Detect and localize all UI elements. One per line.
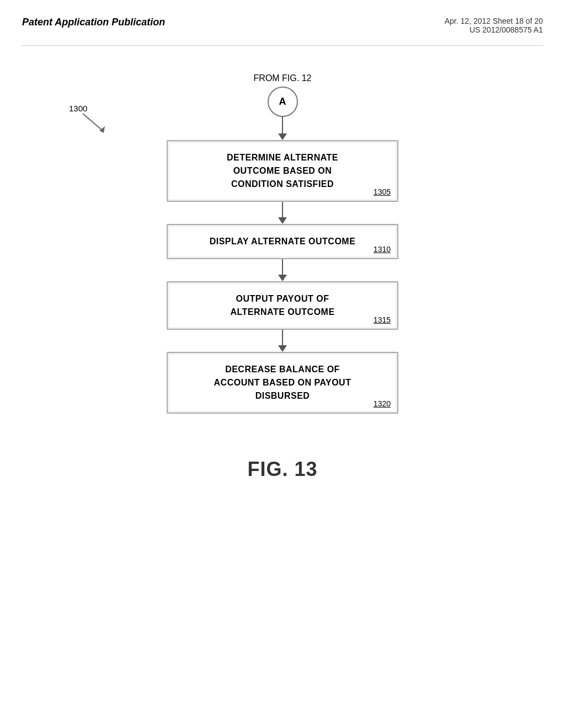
box-1315-ref: 1315 [374,315,391,324]
circle-connector-a: A [268,87,298,117]
arrow-2 [278,202,287,224]
patent-number: US 2012/0088575 A1 [445,25,543,34]
from-fig-label: FROM FIG. 12 [254,73,312,83]
flow-box-1320: DECREASE BALANCE OFACCOUNT BASED ON PAYO… [167,352,398,414]
box-1310-text: DISPLAY ALTERNATE OUTCOME [179,235,386,248]
box-1320-text: DECREASE BALANCE OFACCOUNT BASED ON PAYO… [179,363,386,403]
box-1320-ref: 1320 [374,399,391,408]
circle-label: A [279,96,286,108]
flow-box-1315: OUTPUT PAYOUT OFALTERNATE OUTCOME 1315 [167,281,398,330]
svg-marker-1 [99,126,105,133]
box-1305-text: DETERMINE ALTERNATEOUTCOME BASED ONCONDI… [179,151,386,191]
diagram-area: 1300 FROM FIG. 12 A DETERMINE ALTERNATEO… [22,62,543,481]
arrow-4 [278,330,287,352]
box-1310-ref: 1310 [374,245,391,254]
header-right: Apr. 12, 2012 Sheet 18 of 20 US 2012/008… [445,17,543,34]
page-header: Patent Application Publication Apr. 12, … [22,11,543,46]
arrow-1 [278,117,287,140]
box-1305-ref: 1305 [374,188,391,196]
arrow-3 [278,259,287,281]
fig-caption: FIG. 13 [247,458,317,481]
svg-line-0 [83,114,102,130]
date-sheet-info: Apr. 12, 2012 Sheet 18 of 20 [445,17,543,25]
ref-1300-arrow [77,111,110,136]
box-1315-text: OUTPUT PAYOUT OFALTERNATE OUTCOME [179,292,386,319]
page-container: Patent Application Publication Apr. 12, … [0,0,565,728]
publication-title: Patent Application Publication [22,17,165,28]
flow-box-1305: DETERMINE ALTERNATEOUTCOME BASED ONCONDI… [167,140,398,202]
flow-box-1310: DISPLAY ALTERNATE OUTCOME 1310 [167,224,398,259]
